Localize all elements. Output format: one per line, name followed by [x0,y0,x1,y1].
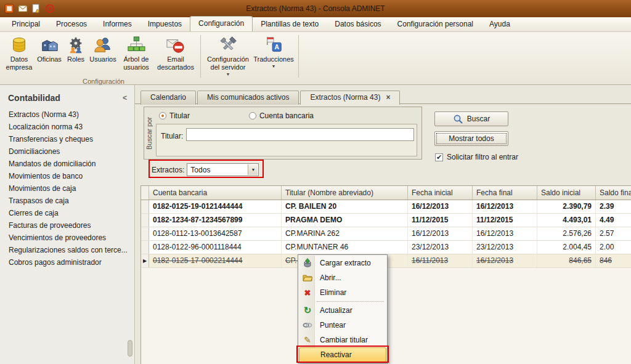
solicitar-filtro-checkbox-row: ✔ Solicitar filtro al entrar [435,153,518,161]
cell-saldo-inicial: 2.576,26 [537,227,596,240]
ribbon-button-label: Email descartados [156,55,195,71]
cell-fecha-final: 23/12/2013 [473,241,537,254]
menu-item-cargar-extracto[interactable]: Cargar extracto [299,256,386,270]
menu-tab-configuracion-personal[interactable]: Configuración personal [389,17,481,31]
quick-access-toolbar [0,4,55,14]
menu-item-label: Eliminar [320,288,346,297]
cell-fecha-final: 16/12/2013 [473,254,537,267]
menu-tab-ayuda[interactable]: Ayuda [481,17,518,31]
menu-tab-plantillas[interactable]: Plantillas de texto [253,17,327,31]
radio-cuenta-label: Cuenta bancaria [259,111,314,120]
checkbox-checked-icon[interactable]: ✔ [435,153,443,161]
app-icon[interactable] [4,4,14,14]
record-icon[interactable] [44,4,55,14]
ribbon-button-label: Oficinas [37,55,62,63]
menu-tab-datos-basicos[interactable]: Datos básicos [327,17,389,31]
users-icon [93,35,113,55]
mostrar-todos-button[interactable]: Mostrar todos [434,131,508,146]
close-icon[interactable]: × [386,93,390,102]
radio-cuenta-bancaria[interactable]: Cuenta bancaria [249,111,314,120]
menu-item-label: Puntear [320,321,346,330]
menu-item-abrir[interactable]: Abrir... [299,270,386,285]
ribbon-button-configuracion-servidor[interactable]: Configuración del servidor ▼ [204,34,252,79]
sidebar-item-traspasos-caja[interactable]: Traspasos de caja [0,195,134,207]
cell-cuenta: 0182-0125-17-0002214444 [149,254,282,267]
sidebar-item-mandatos-domiciliacion[interactable]: Mandatos de domiciliación [0,158,134,170]
buscar-button[interactable]: Buscar [434,111,508,126]
menu-item-reactivar[interactable]: Reactivar [299,347,386,362]
cell-fecha-final: 16/12/2013 [473,200,537,213]
ribbon-button-oficinas[interactable]: Oficinas [35,34,64,79]
column-header-cuenta-bancaria[interactable]: Cuenta bancaria [149,186,282,200]
sidebar-item-vencimientos-proveedores[interactable]: Vencimientos de proveedores [0,232,134,244]
ribbon: Datos empresa Oficinas Roles Usuarios [0,32,631,85]
ribbon-button-label: Traducciones [253,55,294,63]
ribbon-button-arbol-usuarios[interactable]: Árbol de usuarios [118,34,154,79]
sidebar-scrollbar-thumb[interactable] [128,340,132,357]
sidebar-item-extractos-norma-43[interactable]: Extractos (Norma 43) [0,108,134,121]
collapse-chevron-icon[interactable]: < [123,94,127,102]
doc-tab-calendario[interactable]: Calendario [140,91,196,105]
cell-saldo-final: 846 [596,254,631,267]
chevron-down-icon[interactable]: ▼ [248,164,258,175]
column-header-titular[interactable]: Titular (Nombre abreviado) [282,186,408,200]
doc-tab-extractos-norma-43[interactable]: Extractos (Norma 43)× [300,91,400,105]
load-extract-icon [302,258,313,268]
cell-cuenta: 0182-1234-87-1234567899 [149,214,282,227]
sidebar-item-transferencias-cheques[interactable]: Transferencias y cheques [0,133,134,145]
doc-tab-mis-comunicados[interactable]: Mis comunicados activos [197,91,299,105]
ribbon-button-usuarios[interactable]: Usuarios [88,34,118,79]
table-row[interactable]: 0128-0112-13-0013642587 CP.MARINA 262 16… [141,227,631,241]
radio-dot-icon [249,112,256,119]
sidebar-item-cobros-pagos-administrador[interactable]: Cobros pagos administrador [0,256,134,269]
chevron-down-icon: ▼ [272,64,276,69]
menu-item-cambiar-titular[interactable]: ✎ Cambiar titular [299,333,386,347]
mail-icon[interactable] [17,4,28,14]
edit-note-icon[interactable] [31,4,41,14]
sidebar-item-movimientos-caja[interactable]: Movimientos de caja [0,182,134,195]
column-header-saldo-final[interactable]: Saldo final [596,186,631,200]
letter-a: A [274,44,279,51]
cell-cuenta: 0128-0122-96-0001118444 [149,241,282,254]
buscar-button-label: Buscar [467,115,490,123]
sidebar-item-domiciliaciones[interactable]: Domiciliaciones [0,145,134,158]
ribbon-button-traducciones[interactable]: A Traducciones ▼ [252,34,295,79]
ribbon-button-email-descartados[interactable]: Email descartados [154,34,197,79]
table-row[interactable]: 0182-0125-19-0121444444 CP. BAILEN 20 16… [141,200,631,214]
ribbon-separator [200,35,201,78]
cell-titular: CP.MARINA 262 [282,227,408,240]
column-header-fecha-inicial[interactable]: Fecha inicial [408,186,473,200]
column-header-fecha-final[interactable]: Fecha final [473,186,537,200]
column-header-saldo-inicial[interactable]: Saldo inicial [537,186,596,200]
title-bar: Extractos (Norma 43) - Consola ADMINET [0,0,631,17]
menu-tab-principal[interactable]: Principal [4,17,48,31]
search-icon [453,114,463,124]
sidebar-item-movimientos-banco[interactable]: Movimientos de banco [0,170,134,182]
document-tab-strip: Calendario Mis comunicados activos Extra… [140,91,400,105]
sidebar-item-regularizaciones-saldos[interactable]: Regularizaciones saldos con terce... [0,244,134,256]
menu-tab-impuestos[interactable]: Impuestos [140,17,190,31]
sidebar-item-localizacion-norma-43[interactable]: Localización norma 43 [0,121,134,133]
buscar-por-label: Buscar por [144,107,154,159]
cell-titular: PRAGMA DEMO [282,214,408,227]
cell-cuenta: 0182-0125-19-0121444444 [149,200,282,213]
menu-item-puntear[interactable]: Puntear [299,318,386,333]
menu-item-eliminar[interactable]: ✖ Eliminar [299,285,386,300]
cell-fecha-inicial: 16/12/2013 [408,200,473,213]
translate-icon: A [264,35,283,55]
ribbon-button-roles[interactable]: Roles [64,34,88,79]
sidebar-item-cierres-caja[interactable]: Cierres de caja [0,207,134,219]
radio-titular[interactable]: Titular [159,111,190,120]
menu-tab-procesos[interactable]: Procesos [48,17,95,31]
delete-icon: ✖ [302,288,313,297]
ribbon-button-datos-empresa[interactable]: Datos empresa [4,34,35,79]
table-row[interactable]: 0128-0122-96-0001118444 CP.MUNTANER 46 2… [141,241,631,254]
titular-input[interactable] [186,128,414,141]
menu-tab-configuracion[interactable]: Configuración [190,16,253,31]
table-row[interactable]: 0182-1234-87-1234567899 PRAGMA DEMO 11/1… [141,214,631,227]
sidebar-item-facturas-proveedores[interactable]: Facturas de proveedores [0,219,134,232]
menu-tab-informes[interactable]: Informes [95,17,140,31]
menu-item-actualizar[interactable]: ↻ Actualizar [299,303,386,318]
cell-saldo-inicial: 4.493,01 [537,214,596,227]
extractos-combobox[interactable]: Todos ▼ [187,163,259,176]
